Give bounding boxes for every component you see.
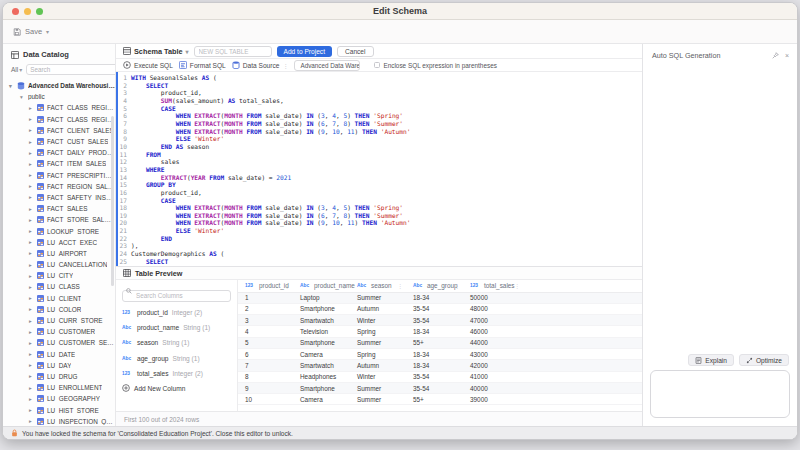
- chevron-right-icon[interactable]: ▸: [29, 217, 34, 223]
- table-cell[interactable]: 35-54: [406, 315, 463, 325]
- table-cell[interactable]: 41000: [463, 372, 523, 382]
- catalog-table-item[interactable]: ▸ LU_ACCT_EXEC: [3, 237, 115, 248]
- chevron-right-icon[interactable]: ▸: [29, 351, 34, 357]
- preview-column-item[interactable]: 123 product_id Integer (2): [122, 305, 231, 320]
- sql-code-editor[interactable]: 1 WITH SeasonalSales AS ( 2 SELECT 3 pro…: [116, 72, 642, 266]
- cancel-button[interactable]: Cancel: [337, 46, 374, 57]
- catalog-table-item[interactable]: ▸ LU_INSPECTION_QUESTION...: [3, 416, 115, 426]
- table-row[interactable]: 5SmartphoneSummer55+44000: [238, 338, 642, 349]
- pin-icon[interactable]: [772, 52, 779, 60]
- execute-sql-button[interactable]: Execute SQL: [123, 61, 173, 69]
- table-cell[interactable]: 18-34: [406, 293, 463, 303]
- catalog-table-item[interactable]: ▸ LU_CUSTOMER: [3, 326, 115, 337]
- table-cell[interactable]: 44000: [463, 338, 523, 348]
- table-cell[interactable]: Summer: [350, 383, 406, 393]
- code-line[interactable]: 7 WHEN EXTRACT(MONTH FROM sale_date) IN …: [118, 120, 642, 128]
- code-line[interactable]: 1 WITH SeasonalSales AS (: [118, 74, 642, 82]
- chevron-right-icon[interactable]: ▸: [29, 306, 34, 312]
- chevron-right-icon[interactable]: ▸: [29, 295, 34, 301]
- grid-column-header[interactable]: Abc season ⋮: [350, 280, 406, 292]
- catalog-table-item[interactable]: ▸ LU_HIST_STORE: [3, 404, 115, 415]
- code-line[interactable]: 13 WHERE: [118, 166, 642, 174]
- code-line[interactable]: 8 WHEN EXTRACT(MONTH FROM sale_date) IN …: [118, 128, 642, 136]
- enclose-sql-checkbox[interactable]: [374, 62, 380, 68]
- table-cell[interactable]: 6: [238, 349, 293, 359]
- table-cell[interactable]: 47000: [463, 315, 523, 325]
- table-cell[interactable]: 10: [238, 394, 293, 404]
- code-line[interactable]: 23 ),: [118, 242, 642, 250]
- chevron-right-icon[interactable]: ▸: [29, 250, 34, 256]
- table-cell[interactable]: Spring: [350, 349, 406, 359]
- table-cell[interactable]: 43000: [463, 349, 523, 359]
- table-cell[interactable]: 55+: [406, 394, 463, 404]
- table-cell[interactable]: 5: [238, 338, 293, 348]
- table-cell[interactable]: 40000: [463, 383, 523, 393]
- table-cell[interactable]: 55+: [406, 338, 463, 348]
- table-cell[interactable]: Summer: [350, 293, 406, 303]
- code-line[interactable]: 10 END AS season: [118, 143, 642, 151]
- chevron-right-icon[interactable]: ▸: [29, 116, 34, 122]
- catalog-table-item[interactable]: ▸ LU_DAY: [3, 360, 115, 371]
- table-cell[interactable]: 3: [238, 315, 293, 325]
- table-name-input[interactable]: [194, 46, 272, 57]
- code-line[interactable]: 11 FROM: [118, 151, 642, 159]
- catalog-filter-dropdown[interactable]: All ▾: [11, 66, 22, 73]
- code-line[interactable]: 2 SELECT: [118, 82, 642, 90]
- catalog-table-item[interactable]: ▸ LU_COLOR: [3, 304, 115, 315]
- chevron-right-icon[interactable]: ▸: [29, 105, 34, 111]
- chevron-right-icon[interactable]: ▸: [29, 284, 34, 290]
- table-row[interactable]: 9SmartphoneSummer35-5440000: [238, 383, 642, 394]
- table-row[interactable]: 8HeadphonesWinter35-5441000: [238, 372, 642, 383]
- chevron-right-icon[interactable]: ▸: [29, 340, 34, 346]
- chevron-right-icon[interactable]: ▸: [29, 139, 34, 145]
- code-line[interactable]: 16 product_id,: [118, 189, 642, 197]
- table-cell[interactable]: Camera: [293, 349, 350, 359]
- catalog-table-item[interactable]: ▸ LU_CLIENT: [3, 293, 115, 304]
- chevron-right-icon[interactable]: ▸: [29, 183, 34, 189]
- chevron-right-icon[interactable]: ▸: [29, 161, 34, 167]
- column-menu-icon[interactable]: ⋮: [398, 283, 404, 289]
- table-cell[interactable]: 35-54: [406, 304, 463, 314]
- schema-table-dropdown[interactable]: Schema Table ▾: [123, 47, 189, 56]
- chevron-right-icon[interactable]: ▸: [29, 127, 34, 133]
- code-line[interactable]: 24 CustomerDemographics AS (: [118, 250, 642, 258]
- table-cell[interactable]: Spring: [350, 326, 406, 336]
- catalog-table-item[interactable]: ▸ LU_CUSTOMER_SERVICE: [3, 337, 115, 348]
- add-to-project-button[interactable]: Add to Project: [277, 46, 332, 57]
- table-cell[interactable]: Summer: [350, 338, 406, 348]
- catalog-table-item[interactable]: ▸ FACT_CLASS_REGISTRATION: [3, 102, 115, 113]
- catalog-table-item[interactable]: ▸ LU_CLASS: [3, 281, 115, 292]
- chevron-right-icon[interactable]: ▸: [29, 150, 34, 156]
- catalog-table-item[interactable]: ▸ LU_AIRPORT: [3, 248, 115, 259]
- chevron-down-icon[interactable]: ▾: [9, 83, 14, 89]
- table-cell[interactable]: Autumn: [350, 360, 406, 370]
- table-cell[interactable]: 9: [238, 383, 293, 393]
- catalog-table-item[interactable]: ▸ LU_GEOGRAPHY: [3, 393, 115, 404]
- catalog-table-item[interactable]: ▸ FACT_SAFETY_INSPECTION: [3, 192, 115, 203]
- table-row[interactable]: 4TelevisionSpring18-3446000: [238, 326, 642, 337]
- table-cell[interactable]: 1: [238, 293, 293, 303]
- code-line[interactable]: 3 product_id,: [118, 89, 642, 97]
- table-cell[interactable]: 42000: [463, 360, 523, 370]
- catalog-table-item[interactable]: ▸ LU_CITY: [3, 270, 115, 281]
- chevron-right-icon[interactable]: ▸: [29, 172, 34, 178]
- grid-column-header[interactable]: Abc product_name ⋮: [293, 280, 350, 292]
- code-line[interactable]: 21 ELSE 'Winter': [118, 227, 642, 235]
- code-line[interactable]: 22 END: [118, 235, 642, 243]
- chevron-right-icon[interactable]: ▸: [29, 206, 34, 212]
- sidebar-scrollbar[interactable]: [111, 116, 114, 286]
- column-menu-icon[interactable]: ⋮: [455, 283, 461, 289]
- catalog-schema-item[interactable]: ▾ public: [3, 91, 115, 102]
- catalog-table-item[interactable]: ▸ FACT_SALES: [3, 203, 115, 214]
- chevron-right-icon[interactable]: ▸: [29, 329, 34, 335]
- table-row[interactable]: 10CameraSummer55+39000: [238, 394, 642, 405]
- catalog-table-item[interactable]: ▸ FACT_REGION_SALES: [3, 181, 115, 192]
- grid-column-header[interactable]: 123 product_id ⋮: [238, 280, 293, 292]
- table-cell[interactable]: Smartphone: [293, 304, 350, 314]
- table-cell[interactable]: 39000: [463, 394, 523, 404]
- optimize-button[interactable]: Optimize: [739, 354, 789, 366]
- search-columns-input[interactable]: [122, 290, 231, 302]
- table-cell[interactable]: Summer: [350, 394, 406, 404]
- preview-column-item[interactable]: 123 total_sales Integer (2): [122, 366, 231, 381]
- table-cell[interactable]: 50000: [463, 293, 523, 303]
